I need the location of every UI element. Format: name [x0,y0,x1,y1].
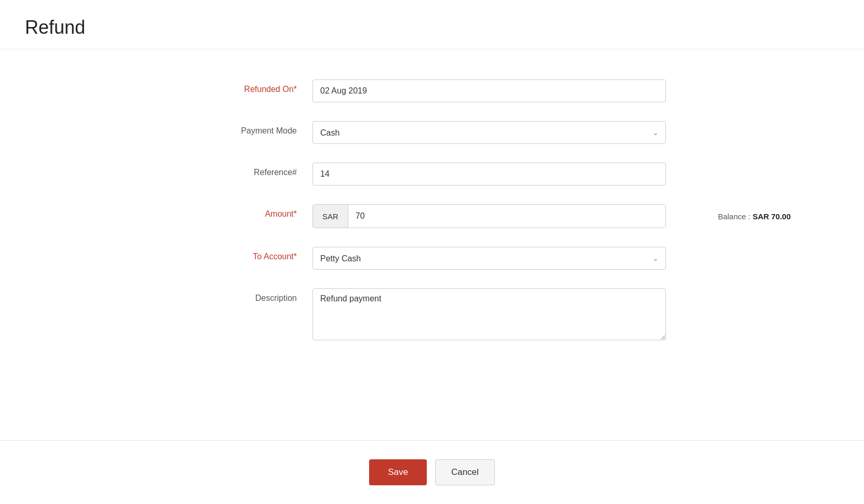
refunded-on-label: Refunded On* [198,79,312,94]
payment-mode-select-wrapper: Cash Bank Transfer Check ⌄ [312,121,666,144]
page-title: Refund [25,17,839,38]
balance-label: Balance : [718,212,751,221]
reference-input[interactable] [312,163,666,185]
description-label: Description [198,288,312,303]
save-button[interactable]: Save [369,459,427,485]
description-row: Description [198,279,666,350]
to-account-row: To Account* Petty Cash Bank Account Othe… [198,237,666,279]
cancel-button[interactable]: Cancel [435,459,495,485]
reference-label: Reference# [198,163,312,177]
amount-wrapper: SAR [312,204,666,228]
balance-value: SAR 70.00 [753,212,791,221]
to-account-select[interactable]: Petty Cash Bank Account Other [312,247,666,270]
amount-label: Amount* [198,204,312,219]
to-account-label: To Account* [198,247,312,261]
refunded-on-row: Refunded On* [198,70,666,112]
description-textarea[interactable] [312,288,666,340]
amount-input[interactable] [348,205,665,228]
payment-mode-row: Payment Mode Cash Bank Transfer Check ⌄ [198,112,666,153]
form-container: Refunded On* Payment Mode Cash Bank Tran… [0,49,864,430]
footer-actions: Save Cancel [0,441,864,504]
payment-mode-label: Payment Mode [198,121,312,136]
to-account-select-wrapper: Petty Cash Bank Account Other ⌄ [312,247,666,270]
payment-mode-select[interactable]: Cash Bank Transfer Check [312,121,666,144]
page-container: Refund Refunded On* Payment Mode Cash Ba… [0,0,864,504]
page-header: Refund [0,0,864,49]
amount-row: Amount* SAR Balance : SAR 70.00 [198,195,666,237]
balance-info: Balance : SAR 70.00 [718,212,791,221]
reference-row: Reference# [198,153,666,195]
refunded-on-input[interactable] [312,79,666,102]
currency-badge: SAR [313,205,348,228]
